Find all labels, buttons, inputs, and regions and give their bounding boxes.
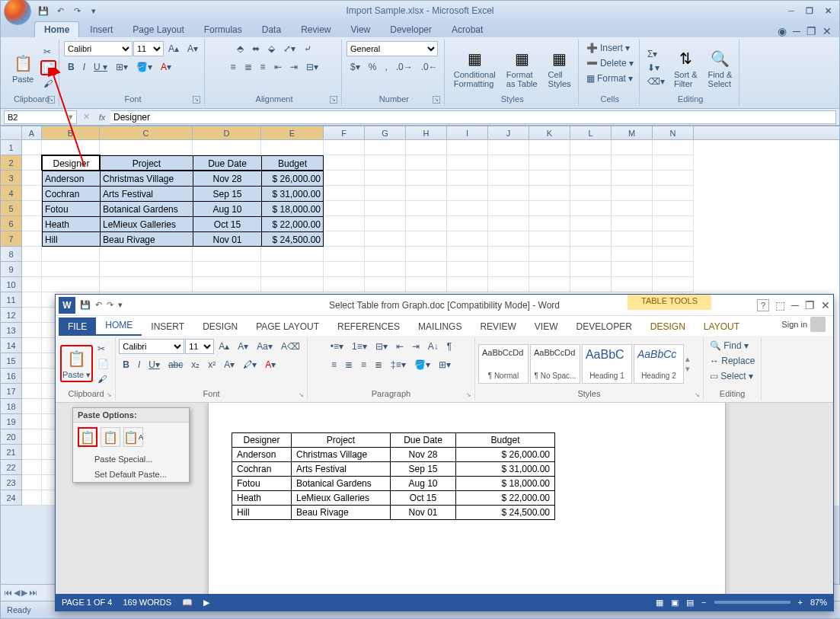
align-bottom-icon[interactable]: ⬙	[264, 41, 279, 56]
cell[interactable]	[365, 247, 406, 262]
word-td[interactable]: $ 24,500.00	[456, 506, 555, 520]
word-table[interactable]: Designer Project Due Date Budget Anderso…	[232, 432, 555, 520]
strikethrough-button[interactable]: abc	[164, 357, 187, 372]
cell[interactable]	[22, 292, 42, 308]
cell[interactable]: Arts Festival	[100, 186, 193, 201]
cell[interactable]	[529, 186, 570, 201]
cell[interactable]	[653, 201, 694, 216]
word-td[interactable]: Botanical Gardens	[292, 477, 391, 491]
cell[interactable]	[653, 277, 694, 292]
numbering-icon[interactable]: 1≡▾	[348, 339, 371, 354]
select-button[interactable]: ▭ Select ▾	[707, 369, 756, 383]
row-header[interactable]: 15	[1, 353, 22, 369]
tab-references[interactable]: REFERENCES	[328, 317, 409, 336]
cell[interactable]	[488, 216, 529, 231]
clear-icon[interactable]: ⌫▾	[644, 75, 668, 88]
cell[interactable]	[570, 262, 612, 277]
decrease-decimal-icon[interactable]: .0←	[417, 59, 442, 75]
shrink-font-icon[interactable]: A▾	[184, 41, 202, 56]
paste-merge-formatting-icon[interactable]: 📋	[101, 427, 120, 447]
paste-special-menu-item[interactable]: Paste Special...	[73, 451, 189, 467]
paragraph-launcher-icon[interactable]: ↘	[466, 391, 471, 398]
qat-customize-icon[interactable]: ▾	[86, 3, 101, 18]
underline-button[interactable]: U ▾	[90, 59, 111, 75]
cell[interactable]	[529, 171, 570, 186]
row-header[interactable]: 14	[1, 338, 22, 353]
row-header[interactable]: 19	[1, 414, 22, 429]
show-marks-icon[interactable]: ¶	[443, 339, 455, 354]
cell[interactable]	[324, 140, 365, 155]
word-td[interactable]: Christmas Village	[292, 448, 391, 462]
cell[interactable]: Aug 10	[193, 201, 261, 216]
macro-icon[interactable]: ▶	[203, 598, 209, 608]
align-right-icon[interactable]: ≡	[257, 59, 270, 75]
grow-font-icon[interactable]: A▴	[164, 41, 183, 56]
increase-decimal-icon[interactable]: .0→	[392, 59, 417, 75]
cell[interactable]	[365, 216, 406, 231]
cell[interactable]: Nov 01	[193, 231, 261, 247]
row-header[interactable]: 4	[1, 186, 22, 201]
cell[interactable]	[612, 140, 653, 155]
align-top-icon[interactable]: ⬘	[233, 41, 248, 56]
cell[interactable]: Due Date	[193, 155, 261, 171]
word-td[interactable]: Beau Rivage	[292, 506, 391, 520]
cell[interactable]	[612, 247, 653, 262]
cell[interactable]	[447, 247, 488, 262]
bold-button[interactable]: B	[64, 59, 78, 75]
tab-formulas[interactable]: Formulas	[195, 22, 251, 37]
prev-sheet-icon[interactable]: ◀	[14, 588, 20, 598]
multilevel-list-icon[interactable]: ⊟▾	[372, 339, 391, 354]
row-header[interactable]: 6	[1, 216, 22, 231]
tab-insert[interactable]: INSERT	[142, 317, 193, 336]
fill-color-icon[interactable]: 🪣▾	[133, 59, 156, 75]
cell[interactable]	[570, 186, 612, 201]
find-select-button[interactable]: 🔍Find & Select	[704, 46, 737, 90]
cell[interactable]	[570, 277, 612, 292]
text-effects-icon[interactable]: A▾	[220, 357, 238, 372]
word-td[interactable]: Hill	[232, 506, 292, 520]
cell[interactable]	[653, 247, 694, 262]
col-header[interactable]: E	[261, 126, 324, 139]
cell[interactable]	[22, 369, 42, 384]
cell[interactable]	[324, 277, 365, 292]
cell[interactable]	[22, 140, 42, 155]
zoom-in-button[interactable]: +	[798, 598, 803, 607]
tab-view[interactable]: View	[341, 22, 379, 37]
restore-button[interactable]: ❐	[801, 5, 818, 17]
cell[interactable]	[406, 171, 447, 186]
cell[interactable]: Fotou	[42, 201, 100, 216]
style-heading-2[interactable]: AaBbCcHeading 2	[634, 344, 684, 384]
cell[interactable]	[447, 201, 488, 216]
bullets-icon[interactable]: •≡▾	[327, 339, 347, 354]
page-count[interactable]: PAGE 1 OF 4	[62, 598, 112, 607]
cell[interactable]	[365, 201, 406, 216]
cell[interactable]	[365, 277, 406, 292]
cell[interactable]	[570, 231, 612, 247]
cell[interactable]	[529, 247, 570, 262]
cell[interactable]	[261, 262, 324, 277]
cell[interactable]	[22, 216, 42, 231]
word-td[interactable]: Cochran	[232, 462, 292, 477]
cell[interactable]	[653, 140, 694, 155]
cell[interactable]	[406, 231, 447, 247]
tab-file[interactable]: FILE	[59, 317, 96, 336]
cell[interactable]	[612, 231, 653, 247]
tab-review[interactable]: REVIEW	[471, 317, 525, 336]
cell[interactable]	[529, 262, 570, 277]
cell[interactable]	[570, 247, 612, 262]
ribbon-options-icon[interactable]: ⬚	[775, 299, 785, 311]
cell[interactable]	[447, 262, 488, 277]
cell[interactable]: Sep 15	[193, 186, 261, 201]
cell[interactable]	[529, 140, 570, 155]
cell[interactable]: Christmas Village	[100, 171, 193, 186]
cell[interactable]	[365, 171, 406, 186]
cut-icon[interactable]: ✂	[94, 342, 112, 356]
cell[interactable]: Hill	[42, 231, 100, 247]
row-header[interactable]: 10	[1, 277, 22, 292]
styles-more-icon[interactable]: ▴▾	[685, 354, 690, 374]
tab-developer[interactable]: DEVELOPER	[567, 317, 640, 336]
cell[interactable]	[22, 171, 42, 186]
cell[interactable]	[447, 277, 488, 292]
cell[interactable]	[22, 338, 42, 353]
cell[interactable]	[22, 414, 42, 429]
